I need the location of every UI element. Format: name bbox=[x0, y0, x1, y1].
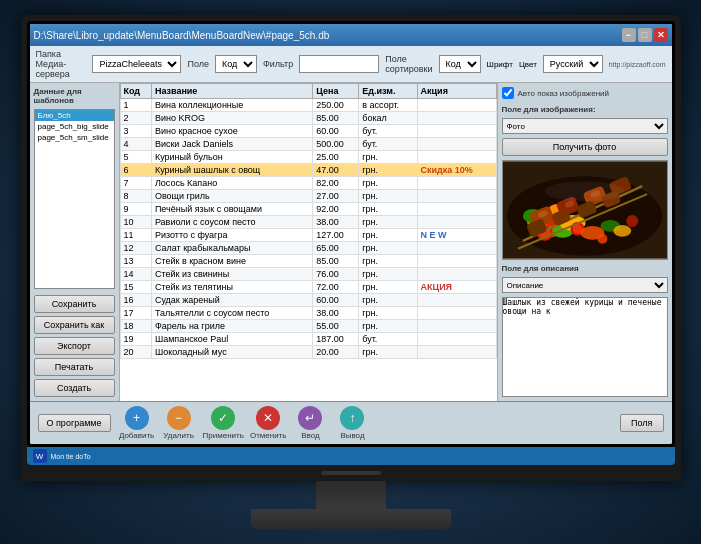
cell-name: Фарель на гриле bbox=[151, 320, 312, 333]
maximize-button[interactable]: □ bbox=[638, 28, 652, 42]
svg-point-32 bbox=[626, 215, 638, 227]
save-button[interactable]: Сохранить bbox=[34, 295, 115, 313]
table-row[interactable]: 12 Салат крабыкальмары 65.00 грн. bbox=[120, 242, 496, 255]
table-row[interactable]: 11 Ризотто с фуагра 127.00 грн. N E W bbox=[120, 229, 496, 242]
cell-action bbox=[417, 125, 496, 138]
about-button[interactable]: О программе bbox=[38, 414, 111, 432]
cell-price: 82.00 bbox=[313, 177, 359, 190]
cell-action: Скидка 10% bbox=[417, 164, 496, 177]
table-row[interactable]: 15 Стейк из телятины 72.00 грн. АКЦИЯ bbox=[120, 281, 496, 294]
desc-textarea[interactable]: Шашлык из свежей курицы и печеные овощи … bbox=[502, 297, 668, 397]
cell-price: 85.00 bbox=[313, 112, 359, 125]
bottom-btn-вывод[interactable]: ↑ Вывод bbox=[334, 406, 370, 440]
sidebar-item-0[interactable]: Блю_5ch bbox=[35, 110, 114, 121]
title-bar: D:\Share\Libro_update\MenuBoard\MenuBoar… bbox=[30, 24, 672, 46]
cell-price: 76.00 bbox=[313, 268, 359, 281]
auto-show-row: Авто показ изображений bbox=[502, 87, 668, 99]
cell-action bbox=[417, 255, 496, 268]
table-row[interactable]: 7 Лосось Капано 82.00 грн. bbox=[120, 177, 496, 190]
cell-code: 2 bbox=[120, 112, 151, 125]
table-row[interactable]: 6 Куриный шашлык с овощ 47.00 грн. Скидк… bbox=[120, 164, 496, 177]
server-select[interactable]: PizzaCheleeats bbox=[92, 55, 181, 73]
cell-code: 13 bbox=[120, 255, 151, 268]
get-photo-button[interactable]: Получить фото bbox=[502, 138, 668, 156]
bottom-btn-ввод[interactable]: ↵ Ввод bbox=[292, 406, 328, 440]
create-button[interactable]: Создать bbox=[34, 379, 115, 397]
cell-name: Вино KROG bbox=[151, 112, 312, 125]
table-row[interactable]: 18 Фарель на гриле 55.00 грн. bbox=[120, 320, 496, 333]
close-button[interactable]: ✕ bbox=[654, 28, 668, 42]
table-row[interactable]: 17 Тальятелли с соусом песто 38.00 грн. bbox=[120, 307, 496, 320]
cell-unit: грн. bbox=[359, 320, 417, 333]
cell-price: 47.00 bbox=[313, 164, 359, 177]
table-row[interactable]: 20 Шоколадный мус 20.00 грн. bbox=[120, 346, 496, 359]
lang-select[interactable]: Русский bbox=[543, 55, 603, 73]
cell-unit: бут. bbox=[359, 333, 417, 346]
sort-select[interactable]: Код bbox=[439, 55, 481, 73]
sidebar-list[interactable]: Блю_5ch page_5ch_big_slide page_5ch_sm_s… bbox=[34, 109, 115, 289]
table-row[interactable]: 5 Куриный бульон 25.00 грн. bbox=[120, 151, 496, 164]
cell-action bbox=[417, 151, 496, 164]
bottom-btn-label-3: Отменить bbox=[250, 431, 287, 440]
cell-code: 10 bbox=[120, 216, 151, 229]
sidebar-item-1[interactable]: page_5ch_big_slide bbox=[35, 121, 114, 132]
desc-field-label: Поле для описания bbox=[502, 264, 668, 273]
auto-show-checkbox[interactable] bbox=[502, 87, 514, 99]
cell-code: 14 bbox=[120, 268, 151, 281]
cell-unit: грн. bbox=[359, 307, 417, 320]
cell-name: Ризотто с фуагра bbox=[151, 229, 312, 242]
cell-unit: грн. bbox=[359, 281, 417, 294]
table-row[interactable]: 2 Вино KROG 85.00 бокал bbox=[120, 112, 496, 125]
cell-price: 27.00 bbox=[313, 190, 359, 203]
cell-unit: грн. bbox=[359, 268, 417, 281]
bottom-btn-icon-0: + bbox=[125, 406, 149, 430]
filter-input[interactable] bbox=[299, 55, 379, 73]
cell-unit: грн. bbox=[359, 203, 417, 216]
fields-button[interactable]: Поля bbox=[620, 414, 663, 432]
print-button[interactable]: Печатать bbox=[34, 358, 115, 376]
sidebar-item-2[interactable]: page_5ch_sm_slide bbox=[35, 132, 114, 143]
export-button[interactable]: Экспорт bbox=[34, 337, 115, 355]
bottom-btn-удалить[interactable]: − Удалить bbox=[161, 406, 197, 440]
cell-name: Куриный бульон bbox=[151, 151, 312, 164]
website-url: http://pizzaoff.com bbox=[609, 61, 666, 68]
table-row[interactable]: 4 Виски Jack Daniels 500.00 бут. bbox=[120, 138, 496, 151]
table-row[interactable]: 19 Шампанское Paul 187.00 бут. bbox=[120, 333, 496, 346]
cell-name: Шампанское Paul bbox=[151, 333, 312, 346]
table-row[interactable]: 13 Стейк в красном вине 85.00 грн. bbox=[120, 255, 496, 268]
bottom-btn-добавить[interactable]: + Добавить bbox=[119, 406, 155, 440]
cell-unit: грн. bbox=[359, 346, 417, 359]
data-table-container[interactable]: Код Название Цена Ед.изм. Акция bbox=[120, 83, 497, 401]
bottom-btn-icon-5: ↑ bbox=[340, 406, 364, 430]
save-as-button[interactable]: Сохранить как bbox=[34, 316, 115, 334]
cell-unit: грн. bbox=[359, 242, 417, 255]
cell-code: 11 bbox=[120, 229, 151, 242]
table-row[interactable]: 16 Судак жареный 60.00 грн. bbox=[120, 294, 496, 307]
cell-code: 20 bbox=[120, 346, 151, 359]
cell-name: Стейк в красном вине bbox=[151, 255, 312, 268]
bottom-btn-отменить[interactable]: ✕ Отменить bbox=[250, 406, 287, 440]
cell-price: 38.00 bbox=[313, 307, 359, 320]
table-row[interactable]: 3 Вино красное сухое 60.00 бут. bbox=[120, 125, 496, 138]
field-select[interactable]: Код bbox=[215, 55, 257, 73]
table-row[interactable]: 1 Вина коллекционные 250.00 в ассорт. bbox=[120, 99, 496, 112]
bottom-btn-применить[interactable]: ✓ Применить bbox=[203, 406, 244, 440]
bottom-btn-label-2: Применить bbox=[203, 431, 244, 440]
minimize-button[interactable]: − bbox=[622, 28, 636, 42]
sidebar-title: Данные для шаблонов bbox=[34, 87, 115, 105]
cell-action: N E W bbox=[417, 229, 496, 242]
cell-code: 9 bbox=[120, 203, 151, 216]
cell-code: 18 bbox=[120, 320, 151, 333]
desc-field-select[interactable]: Описание bbox=[502, 277, 668, 293]
bottom-btn-label-1: Удалить bbox=[163, 431, 194, 440]
cell-unit: грн. bbox=[359, 229, 417, 242]
image-field-select[interactable]: Фото bbox=[502, 118, 668, 134]
cell-name: Овощи гриль bbox=[151, 190, 312, 203]
table-row[interactable]: 10 Равиоли с соусом песто 38.00 грн. bbox=[120, 216, 496, 229]
cell-action bbox=[417, 190, 496, 203]
cell-name: Вино красное сухое bbox=[151, 125, 312, 138]
svg-point-31 bbox=[613, 225, 631, 237]
table-row[interactable]: 14 Стейк из свинины 76.00 грн. bbox=[120, 268, 496, 281]
table-row[interactable]: 9 Печёный язык с овощами 92.00 грн. bbox=[120, 203, 496, 216]
table-row[interactable]: 8 Овощи гриль 27.00 грн. bbox=[120, 190, 496, 203]
